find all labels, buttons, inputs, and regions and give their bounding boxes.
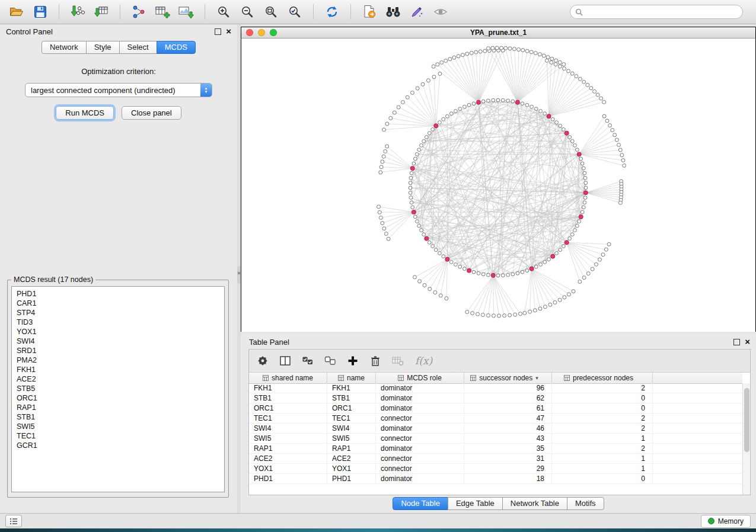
mcds-result-item[interactable]: SWI5 [17, 422, 224, 431]
tab-node-table[interactable]: Node Table [393, 497, 448, 510]
mcds-result-item[interactable]: CAR1 [17, 299, 224, 308]
tab-motifs[interactable]: Motifs [567, 497, 604, 510]
panel-menu-button[interactable] [5, 515, 22, 527]
column-header-name[interactable]: name [327, 373, 376, 383]
mcds-result-item[interactable]: STB1 [17, 412, 224, 422]
table-scrollbar[interactable] [742, 383, 750, 495]
criterion-select[interactable]: largest connected component (undirected)… [25, 83, 212, 97]
toolbar-separator [350, 4, 351, 20]
table-row[interactable]: TEC1TEC1connector472 [249, 414, 742, 424]
copy-network-button[interactable] [359, 2, 380, 21]
float-table-panel-icon[interactable] [733, 339, 740, 345]
mcds-result-item[interactable]: GCR1 [17, 441, 224, 450]
table-row[interactable]: PHD1PHD1dominator180 [249, 474, 742, 484]
function-builder-button[interactable]: f(x) [412, 355, 436, 367]
show-hide-graphics-button[interactable] [430, 2, 451, 21]
tab-style[interactable]: Style [86, 41, 120, 54]
close-panel-button[interactable]: Close panel [122, 106, 181, 120]
zoom-in-button[interactable] [213, 2, 234, 21]
new-network-button[interactable] [128, 2, 149, 21]
mcds-result-item[interactable]: YOX1 [17, 327, 224, 336]
mcds-result-item[interactable]: SRD1 [17, 346, 224, 355]
mcds-result-item[interactable]: ORC1 [17, 393, 224, 403]
mcds-result-item[interactable]: TEC1 [17, 431, 224, 441]
mcds-result-item[interactable]: SWI4 [17, 336, 224, 346]
network-window-titlebar[interactable]: YPA_prune.txt_1 [241, 27, 755, 39]
control-panel-title: Control Panel [6, 27, 53, 36]
import-table-icon [94, 5, 109, 19]
column-header-shared-name[interactable]: shared name [249, 373, 327, 383]
column-header-predecessor-nodes[interactable]: predecessor nodes [552, 373, 653, 383]
table-cell: 2 [552, 383, 653, 393]
search-box[interactable] [570, 5, 743, 19]
close-table-panel-icon[interactable]: × [745, 339, 750, 345]
show-columns-button[interactable] [276, 352, 294, 370]
save-session-button[interactable] [30, 2, 51, 21]
table-row[interactable]: RAP1RAP1dominator352 [249, 444, 742, 454]
columns-icon [279, 355, 291, 367]
column-header-MCDS-role[interactable]: MCDS role [376, 373, 464, 383]
tab-mcds[interactable]: MCDS [157, 41, 196, 54]
tab-network[interactable]: Network [42, 41, 87, 54]
mcds-result-list[interactable]: PHD1CAR1STP4TID3YOX1SWI4SRD1PMA2FKH1ACE2… [11, 286, 225, 492]
close-panel-icon[interactable]: × [226, 28, 231, 34]
import-table-button[interactable] [91, 2, 112, 21]
table-row[interactable]: ACE2ACE2connector311 [249, 454, 742, 464]
add-column-button[interactable] [344, 352, 362, 370]
refresh-layout-button[interactable] [321, 2, 343, 21]
plus-icon [347, 355, 359, 367]
delete-column-button[interactable] [366, 352, 384, 370]
mcds-result-item[interactable]: PHD1 [17, 289, 224, 299]
mcds-result-item[interactable]: TID3 [17, 318, 224, 327]
export-image-button[interactable] [176, 2, 197, 21]
table-row[interactable]: FKH1FKH1dominator962 [249, 383, 742, 393]
find-button[interactable] [382, 2, 404, 21]
scrollbar-thumb[interactable] [744, 388, 749, 452]
run-mcds-button[interactable]: Run MCDS [56, 106, 114, 120]
tab-network-table[interactable]: Network Table [502, 497, 567, 510]
table-cell: PHD1 [327, 474, 376, 483]
binoculars-icon [385, 5, 401, 18]
import-network-button[interactable] [67, 2, 88, 21]
trash-icon [369, 355, 381, 367]
application-window: Control Panel × NetworkStyleSelectMCDS O… [0, 0, 756, 532]
mcds-result-item[interactable]: ACE2 [17, 374, 224, 384]
apply-style-button[interactable] [406, 2, 428, 21]
close-window-icon[interactable] [246, 29, 253, 36]
deselect-all-button[interactable] [321, 352, 339, 370]
tab-select[interactable]: Select [119, 41, 157, 54]
float-panel-icon[interactable] [215, 28, 221, 35]
mcds-result-item[interactable]: FKH1 [17, 365, 224, 374]
zoom-selected-button[interactable] [284, 2, 305, 21]
zoom-window-icon[interactable] [270, 29, 277, 36]
memory-button[interactable]: Memory [701, 515, 751, 528]
zoom-out-button[interactable] [237, 2, 258, 21]
network-graph-svg[interactable] [241, 39, 755, 332]
table-row[interactable]: STB1STB1dominator620 [249, 393, 742, 403]
table-row[interactable]: ORC1ORC1dominator610 [249, 403, 742, 414]
mcds-result-item[interactable]: PMA2 [17, 355, 224, 365]
mcds-result-item[interactable]: STP4 [17, 308, 224, 318]
zoom-fit-button[interactable] [260, 2, 282, 21]
mcds-result-fieldset: MCDS result (17 nodes) PHD1CAR1STP4TID3Y… [7, 275, 229, 498]
table-row[interactable]: SWI4SWI4dominator462 [249, 424, 742, 434]
search-input[interactable] [586, 7, 738, 17]
tab-edge-table[interactable]: Edge Table [448, 497, 503, 510]
minimize-window-icon[interactable] [258, 29, 265, 36]
table-cell: SWI5 [327, 434, 376, 443]
select-all-button[interactable] [299, 352, 317, 370]
delete-table-button[interactable] [389, 352, 407, 370]
network-canvas[interactable] [241, 39, 755, 332]
import-network-icon [70, 5, 85, 19]
column-header-successor-nodes[interactable]: successor nodes▾ [464, 373, 552, 383]
mcds-result-title: MCDS result (17 nodes) [11, 275, 95, 284]
table-cell: dominator [376, 403, 464, 413]
table-row[interactable]: YOX1YOX1connector291 [249, 464, 742, 474]
table-settings-button[interactable] [254, 352, 272, 370]
mcds-result-item[interactable]: RAP1 [17, 403, 224, 412]
mcds-result-item[interactable]: STB5 [17, 384, 224, 393]
table-row[interactable]: SWI5SWI5connector431 [249, 434, 742, 444]
new-table-button[interactable] [152, 2, 173, 21]
column-grid-icon [398, 375, 404, 381]
open-session-button[interactable] [6, 2, 27, 21]
